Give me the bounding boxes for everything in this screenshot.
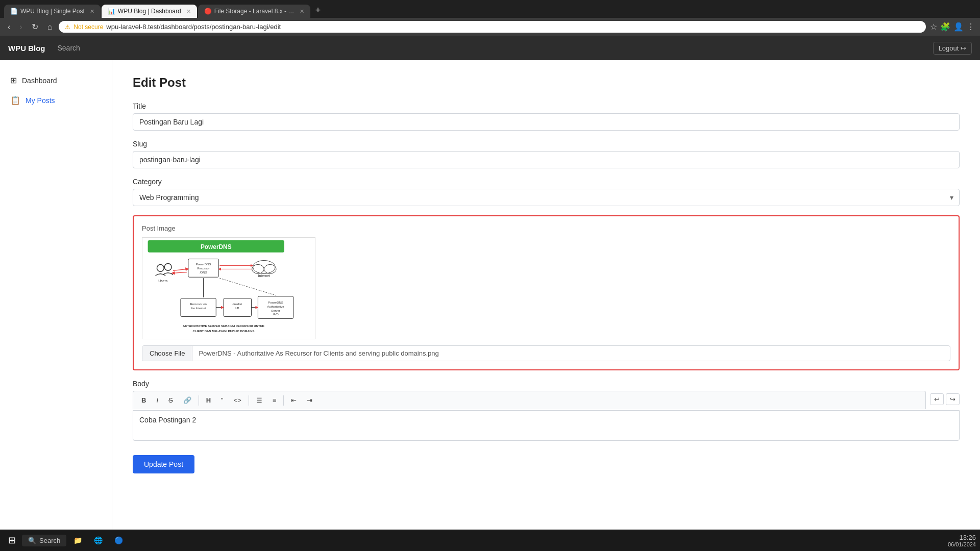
profile-icon[interactable]: 👤 <box>953 22 964 32</box>
quote-button[interactable]: " <box>217 394 228 406</box>
logout-button[interactable]: Logout ↦ <box>933 42 972 55</box>
taskbar-chrome[interactable]: 🔵 <box>109 531 128 549</box>
separator-2 <box>249 395 249 406</box>
choose-file-button[interactable]: Choose File <box>142 346 192 361</box>
security-icon: ⚠ <box>65 23 70 31</box>
file-explorer-icon: 📁 <box>74 536 82 544</box>
brand-title: WPU Blog <box>8 44 45 53</box>
svg-point-9 <box>253 261 276 274</box>
home-button[interactable]: ⌂ <box>45 21 55 33</box>
tab-close-3[interactable]: ✕ <box>300 8 304 15</box>
tab-favicon-1: 📄 <box>10 8 17 15</box>
file-input-row: Choose File PowerDNS - Authoritative As … <box>142 345 950 361</box>
chrome-icon: 🔵 <box>114 536 123 544</box>
post-image-preview: PowerDNS Users PowerDNS Recurso <box>142 237 950 339</box>
link-button[interactable]: 🔗 <box>179 394 195 406</box>
title-input[interactable] <box>133 113 960 131</box>
taskbar-date: 06/01/2024 <box>948 541 976 547</box>
page-title: Edit Post <box>133 76 960 90</box>
dashboard-icon: ⊞ <box>10 76 17 85</box>
svg-text:Server: Server <box>271 309 280 312</box>
undo-button[interactable]: ↩ <box>930 393 944 405</box>
sidebar-label-dashboard: Dashboard <box>22 77 57 85</box>
taskbar-search-label: Search <box>39 537 60 544</box>
tab-single-post[interactable]: 📄 WPU Blog | Single Post ✕ <box>4 5 101 18</box>
post-image-section: Post Image PowerDNS <box>133 215 960 370</box>
file-name-display: PowerDNS - Authoritative As Recursor for… <box>192 346 950 361</box>
editor-toolbar: B I S 🔗 H " <> ☰ ≡ <box>133 391 926 409</box>
category-label: Category <box>133 178 960 186</box>
app-layout: ⊞ Dashboard 📋 My Posts Edit Post Title <box>0 60 980 530</box>
svg-text:LB: LB <box>235 307 239 310</box>
diagram-svg: PowerDNS Users PowerDNS Recurso <box>142 237 315 339</box>
redo-button[interactable]: ↪ <box>946 393 960 405</box>
strikethrough-button[interactable]: S <box>164 394 177 406</box>
sidebar-label-my-posts: My Posts <box>26 96 55 105</box>
taskbar-file-explorer[interactable]: 📁 <box>68 531 87 549</box>
indent-button[interactable]: ⇤ <box>287 394 301 406</box>
svg-text:Recursor: Recursor <box>197 267 209 270</box>
svg-line-14 <box>173 272 187 273</box>
body-editor[interactable]: Coba Postingan 2 <box>133 410 960 441</box>
forward-button[interactable]: › <box>17 21 24 33</box>
category-select-wrapper: Web Programming Programming Design ▾ <box>133 189 960 206</box>
tab-favicon-2: 📊 <box>108 8 115 15</box>
body-group: Body B I S 🔗 H " <> <box>133 380 960 441</box>
tab-favicon-3: 🔴 <box>204 8 211 15</box>
edge-icon: 🌐 <box>94 536 103 544</box>
back-button[interactable]: ‹ <box>5 21 13 33</box>
svg-text:CLIENT DAN MELAYANI PUBLIC DOM: CLIENT DAN MELAYANI PUBLIC DOMAINS <box>193 330 255 333</box>
tab-close-1[interactable]: ✕ <box>90 8 94 15</box>
svg-text:PowerDNS: PowerDNS <box>268 301 283 304</box>
bold-button[interactable]: B <box>137 394 150 406</box>
title-label: Title <box>133 102 960 110</box>
my-posts-icon: 📋 <box>10 95 20 105</box>
ul-button[interactable]: ☰ <box>252 394 266 406</box>
sidebar-item-my-posts[interactable]: 📋 My Posts <box>0 90 112 110</box>
address-input[interactable]: ⚠ Not secure wpu-laravel-8.test/dashboar… <box>59 21 926 33</box>
svg-text:PowerDNS: PowerDNS <box>196 263 211 266</box>
update-post-button[interactable]: Update Post <box>133 455 194 473</box>
slug-input[interactable] <box>133 151 960 168</box>
tab-close-2[interactable]: ✕ <box>186 8 191 15</box>
svg-text:/A/B: /A/B <box>273 313 278 316</box>
italic-button[interactable]: I <box>152 394 162 406</box>
svg-text:PowerDNS: PowerDNS <box>201 243 232 251</box>
new-tab-button[interactable]: + <box>311 3 325 18</box>
search-placeholder[interactable]: Search <box>58 44 933 52</box>
title-group: Title <box>133 102 960 131</box>
extension-icon[interactable]: 🧩 <box>940 22 950 32</box>
start-button[interactable]: ⊞ <box>4 533 20 548</box>
heading-button[interactable]: H <box>202 394 215 406</box>
separator-1 <box>199 395 199 406</box>
svg-text:dnsdist: dnsdist <box>232 303 242 306</box>
refresh-button[interactable]: ↻ <box>29 21 41 33</box>
post-image-group: Post Image PowerDNS <box>133 215 960 370</box>
taskbar-search[interactable]: 🔍 Search <box>22 535 66 546</box>
browser-icons: ☆ 🧩 👤 ⋮ <box>930 22 975 32</box>
security-label: Not secure <box>74 23 103 31</box>
sidebar-item-dashboard[interactable]: ⊞ Dashboard <box>0 70 112 90</box>
taskbar-edge[interactable]: 🌐 <box>89 531 107 549</box>
taskbar-right: 13:26 06/01/2024 <box>948 534 976 547</box>
tab-bar: 📄 WPU Blog | Single Post ✕ 📊 WPU Blog | … <box>0 0 980 18</box>
slug-label: Slug <box>133 140 960 148</box>
svg-point-2 <box>157 264 164 271</box>
svg-text:the Internet: the Internet <box>191 307 206 310</box>
taskbar-left: ⊞ 🔍 Search 📁 🌐 🔵 <box>4 531 128 549</box>
tab-dashboard[interactable]: 📊 WPU Blog | Dashboard ✕ <box>102 5 197 18</box>
tab-title-1: WPU Blog | Single Post <box>20 8 85 15</box>
slug-group: Slug <box>133 140 960 168</box>
outdent-button[interactable]: ⇥ <box>303 394 316 406</box>
star-icon[interactable]: ☆ <box>930 22 937 32</box>
category-select[interactable]: Web Programming Programming Design <box>133 189 960 206</box>
svg-text:/DNS: /DNS <box>200 271 207 274</box>
ol-button[interactable]: ≡ <box>268 394 281 406</box>
menu-icon[interactable]: ⋮ <box>967 22 975 32</box>
tab-file-storage[interactable]: 🔴 File Storage - Laravel 8.x - The ✕ <box>198 5 310 18</box>
svg-line-13 <box>173 269 187 270</box>
sidebar: ⊞ Dashboard 📋 My Posts <box>0 60 112 530</box>
category-group: Category Web Programming Programming Des… <box>133 178 960 206</box>
code-button[interactable]: <> <box>230 394 246 406</box>
svg-point-3 <box>164 263 172 270</box>
